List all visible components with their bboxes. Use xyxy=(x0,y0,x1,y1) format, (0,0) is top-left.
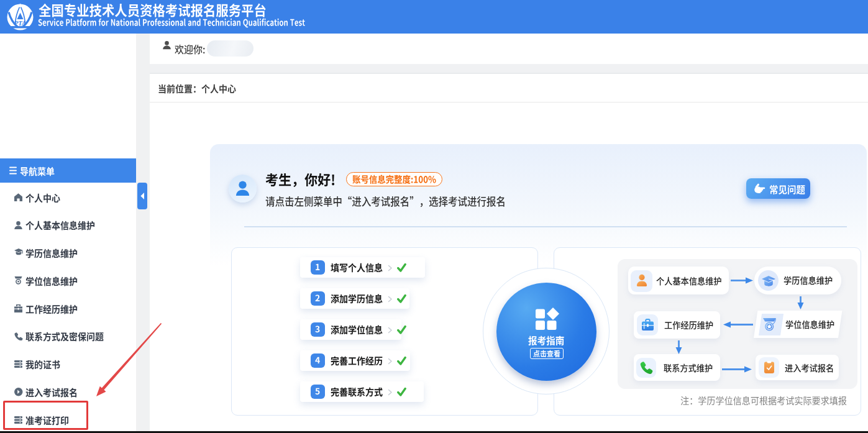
svg-text:PTA: PTA xyxy=(14,20,26,27)
